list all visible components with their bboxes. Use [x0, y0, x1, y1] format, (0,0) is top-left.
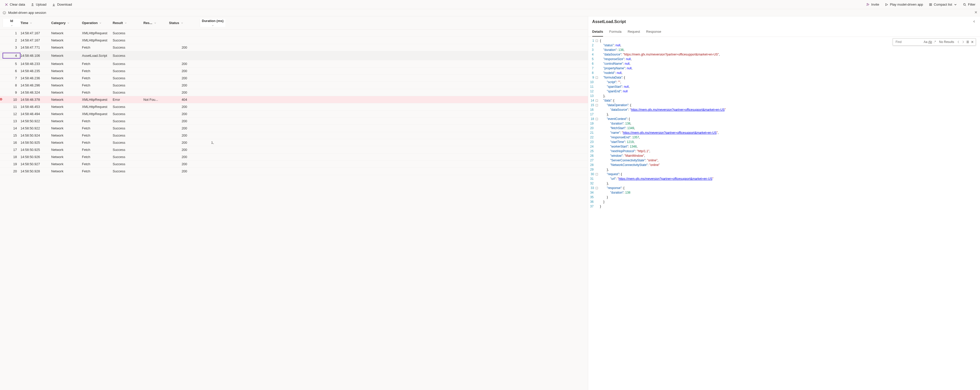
- col-time[interactable]: Time: [21, 21, 51, 25]
- clear-data-button[interactable]: Clear data: [3, 2, 26, 8]
- close-find-icon[interactable]: [970, 40, 974, 44]
- table-row[interactable]: 1214:58:48.494NetworkXMLHttpRequestSucce…: [0, 111, 588, 117]
- cell-time: 14:58:50.928: [21, 169, 51, 173]
- match-whole-word-icon[interactable]: Ab: [928, 40, 932, 44]
- upload-button[interactable]: Upload: [30, 2, 48, 8]
- table-row[interactable]: 1614:58:50.925NetworkFetchSuccess2001,: [0, 139, 588, 146]
- code-line: "duration": 138,: [600, 48, 726, 52]
- table-row[interactable]: 914:58:48.324NetworkFetchSuccess200: [0, 89, 588, 96]
- clear-data-label: Clear data: [10, 3, 25, 6]
- cell-result: Success: [113, 90, 143, 94]
- cell-time: 14:58:50.922: [21, 119, 51, 123]
- cell-result: Success: [113, 31, 143, 35]
- cell-category: Network: [51, 69, 82, 73]
- cell-time: 14:58:48.494: [21, 112, 51, 116]
- filter-icon: [963, 3, 966, 6]
- cell-id: 14: [3, 126, 21, 130]
- table-row[interactable]: 214:58:47.167NetworkXMLHttpRequestSucces…: [0, 37, 588, 44]
- cell-time: 14:58:47.167: [21, 38, 51, 42]
- table-row[interactable]: 1314:58:50.922NetworkFetchSuccess200: [0, 117, 588, 125]
- cell-id: 8: [3, 83, 21, 87]
- download-button[interactable]: Download: [51, 2, 73, 8]
- cell-id: 13: [3, 119, 21, 123]
- cell-category: Network: [51, 169, 82, 173]
- table-row[interactable]: 2014:58:50.928NetworkFetchSuccess200: [0, 168, 588, 175]
- fold-icon[interactable]: -: [596, 40, 598, 42]
- fold-icon[interactable]: -: [596, 118, 598, 120]
- cell-operation: Fetch: [82, 62, 113, 66]
- col-operation[interactable]: Operation: [82, 21, 113, 25]
- table-row[interactable]: 1014:58:48.378NetworkXMLHttpRequestError…: [0, 96, 588, 103]
- fold-icon[interactable]: -: [596, 104, 598, 106]
- filter-button[interactable]: Filter: [962, 2, 977, 8]
- regex-icon[interactable]: .*: [933, 40, 937, 44]
- table-row[interactable]: 1114:58:48.453NetworkXMLHttpRequestSucce…: [0, 103, 588, 111]
- table-body[interactable]: 114:58:47.167NetworkXMLHttpRequestSucces…: [0, 30, 588, 390]
- fold-icon[interactable]: -: [596, 173, 598, 176]
- close-session-button[interactable]: [974, 11, 977, 14]
- compact-list-button[interactable]: Compact list: [928, 2, 958, 8]
- line-number: 9: [592, 75, 594, 80]
- cell-status: 404: [169, 98, 200, 101]
- col-duration[interactable]: Duration (ms): [200, 19, 225, 27]
- table-row[interactable]: 314:58:47.771NetworkFetchSuccess200: [0, 44, 588, 51]
- fold-icon[interactable]: -: [596, 76, 598, 79]
- play-app-button[interactable]: Play model-driven app: [884, 2, 924, 8]
- cell-result: Success: [113, 105, 143, 109]
- table-row[interactable]: 1814:58:50.926NetworkFetchSuccess200: [0, 154, 588, 161]
- code-line: }: [600, 204, 726, 209]
- code-line: "workerStart": 1348,: [600, 144, 726, 149]
- cell-result: Error: [113, 98, 143, 101]
- col-id[interactable]: Id: [3, 19, 21, 27]
- cell-id: 7: [3, 76, 21, 80]
- prev-match-icon[interactable]: [957, 40, 960, 44]
- line-number: 32: [590, 181, 593, 185]
- cell-time: 14:58:48.324: [21, 90, 51, 94]
- table-row[interactable]: 1414:58:50.922NetworkFetchSuccess200: [0, 125, 588, 132]
- table-row[interactable]: 514:58:48.233NetworkFetchSuccess200: [0, 60, 588, 68]
- code-line: "ServerConnectivityState": "online",: [600, 158, 726, 163]
- table-row[interactable]: 414:58:48.106NetworkAssetLoad.ScriptSucc…: [0, 51, 588, 60]
- table-row[interactable]: 1914:58:50.927NetworkFetchSuccess200: [0, 161, 588, 168]
- cell-category: Network: [51, 54, 82, 57]
- cell-status: 200: [169, 105, 200, 109]
- code-line: "duration": 138: [600, 190, 726, 195]
- col-result[interactable]: Result: [113, 21, 143, 25]
- col-category[interactable]: Category: [51, 21, 82, 25]
- table-row[interactable]: 814:58:48.296NetworkFetchSuccess200: [0, 82, 588, 89]
- table-row[interactable]: 114:58:47.167NetworkXMLHttpRequestSucces…: [0, 30, 588, 37]
- invite-button[interactable]: Invite: [865, 2, 880, 8]
- fold-icon[interactable]: -: [596, 100, 598, 102]
- fold-icon[interactable]: -: [596, 187, 598, 189]
- cell-result: Success: [113, 62, 143, 66]
- expand-panel-button[interactable]: [972, 20, 976, 24]
- find-in-selection-icon[interactable]: [966, 40, 969, 44]
- table-row[interactable]: 1514:58:50.924NetworkFetchSuccess200: [0, 132, 588, 139]
- table-row[interactable]: 714:58:48.236NetworkFetchSuccess200: [0, 75, 588, 82]
- match-case-icon[interactable]: Aa: [924, 40, 927, 44]
- cell-status: 200: [169, 112, 200, 116]
- cell-time: 14:58:48.106: [21, 54, 51, 57]
- cell-status: 200: [169, 126, 200, 130]
- cell-result: Success: [113, 83, 143, 87]
- code-line: },: [600, 94, 726, 98]
- line-number: 26: [590, 154, 593, 158]
- line-number: 7: [592, 66, 593, 71]
- tab-response[interactable]: Response: [646, 27, 661, 36]
- tab-request[interactable]: Request: [628, 27, 640, 36]
- tab-formula[interactable]: Formula: [609, 27, 622, 36]
- col-status[interactable]: Status: [169, 21, 200, 25]
- col-res[interactable]: Res...: [143, 21, 169, 25]
- code-viewer[interactable]: 1-23456789-1011121314-15-161718-19202122…: [588, 37, 980, 210]
- next-match-icon[interactable]: [961, 40, 965, 44]
- line-number: 31: [590, 176, 593, 181]
- code-line: "dataOperation": {: [600, 103, 726, 108]
- download-icon: [52, 3, 56, 6]
- find-input[interactable]: [894, 39, 923, 45]
- table-row[interactable]: 614:58:48.235NetworkFetchSuccess200: [0, 68, 588, 75]
- table-row[interactable]: 1714:58:50.925NetworkFetchSuccess200: [0, 146, 588, 154]
- tab-details[interactable]: Details: [592, 27, 603, 36]
- code-line: "nodeId": null,: [600, 71, 726, 75]
- line-number: 3: [592, 48, 593, 52]
- cell-id: 12: [3, 112, 21, 116]
